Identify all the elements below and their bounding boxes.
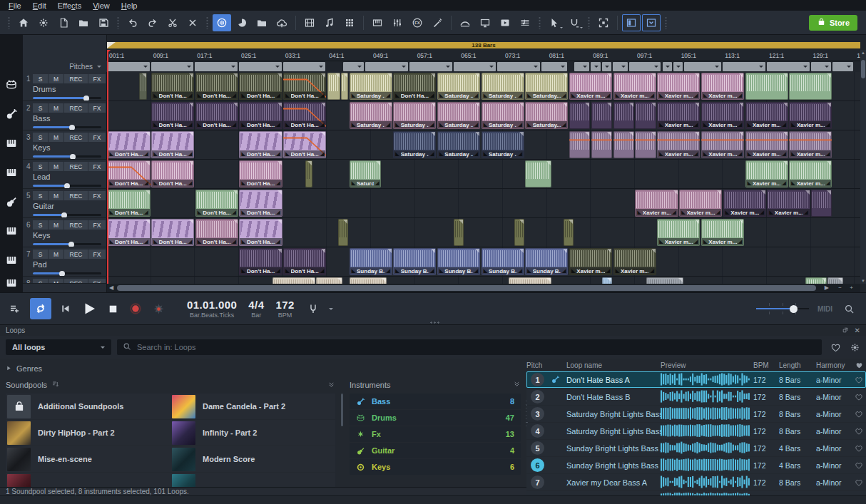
loop-row-xavier-my-dear-bass-a[interactable]: 7 Xavier my Dear Bass A 172 8 Bars a-Min… (526, 474, 866, 490)
video-templates-button[interactable] (300, 14, 319, 31)
vertical-scrollbar[interactable]: ▲ ▼ (860, 50, 866, 284)
audio-clip[interactable]: Don't Ha... (239, 160, 282, 187)
track-7-s-button[interactable]: S (33, 250, 48, 259)
audio-clip[interactable]: Xavier m... (723, 190, 766, 217)
close-panel-icon[interactable]: ✕ (855, 326, 860, 334)
undo-button[interactable] (123, 14, 142, 31)
track-8-rec-button[interactable]: REC (64, 279, 88, 284)
audio-clip[interactable]: Don't Ha... (108, 160, 151, 187)
track-4-s-button[interactable]: S (33, 162, 48, 171)
track-5-m-button[interactable]: M (49, 191, 63, 200)
collapse-double-chevron-icon[interactable] (327, 381, 335, 390)
track-1-rec-button[interactable]: REC (64, 74, 88, 83)
audio-clip[interactable]: Xavier m... (635, 190, 678, 217)
audio-clip[interactable]: Saturday... (525, 102, 568, 129)
favorite-heart-icon[interactable] (852, 478, 866, 487)
zoom-out-icon[interactable]: − (838, 284, 842, 291)
audio-clip[interactable]: Saturday ... (482, 102, 524, 129)
soundpool-item-additional-soundpools[interactable]: Additional Soundpools (6, 394, 170, 419)
redo-button[interactable] (143, 14, 162, 31)
horizontal-scrollbar[interactable]: ◀ ▶ − + (107, 284, 860, 292)
search-icon[interactable] (844, 304, 855, 314)
audio-clip[interactable]: Saturday... (525, 73, 568, 100)
audio-clip[interactable] (613, 102, 634, 129)
section-header-cell[interactable] (574, 62, 589, 71)
track-3-s-button[interactable]: S (33, 133, 48, 142)
section-header-cell[interactable] (811, 62, 832, 71)
audio-clip[interactable]: Xavier m... (569, 248, 612, 275)
track-8-fx-button[interactable]: FX (88, 279, 106, 284)
section-header-cell[interactable] (497, 62, 540, 71)
favorite-heart-icon[interactable] (852, 376, 866, 384)
new-project-button[interactable] (54, 14, 73, 31)
track-volume-slider[interactable] (33, 185, 101, 187)
track-lane-5[interactable]: Don't Ha...Don't Ha...Don't Ha...Xavier … (107, 189, 860, 218)
instruments-section-header[interactable]: Instruments (350, 380, 521, 389)
audio-clip[interactable] (591, 102, 612, 129)
soundpool-item-dirty-hiphop-part-2[interactable]: Dirty HipHop - Part 2 (6, 420, 170, 446)
loop-preview-waveform[interactable] (661, 475, 753, 490)
audio-clip[interactable]: Xavier m... (745, 102, 788, 129)
soundpool-button[interactable] (320, 14, 339, 31)
section-header-cell[interactable] (602, 62, 611, 71)
vertical-scrollbar-thumb[interactable] (861, 60, 865, 78)
audio-clip[interactable] (514, 219, 524, 246)
toolbar-drag-handle[interactable] (7, 16, 11, 29)
track-lane-4[interactable]: Don't Ha...Don't Ha...Don't Ha...Saturda… (107, 160, 860, 189)
track-4-m-button[interactable]: M (49, 162, 63, 171)
track-4-rec-button[interactable]: REC (64, 162, 88, 171)
audio-clip[interactable] (811, 190, 832, 217)
zoom-slider[interactable] (756, 303, 809, 314)
track-lane-6[interactable]: Don't Ha...Don't Ha...Don't Ha...Don't H… (107, 218, 860, 247)
column-preview[interactable]: Preview (661, 361, 753, 369)
track-lane-2[interactable]: Don't Ha...Don't Ha...Don't Ha...Don't H… (107, 101, 860, 130)
zoom-in-icon[interactable]: + (850, 284, 853, 291)
undock-panel-icon[interactable] (842, 326, 849, 335)
audio-clip[interactable]: Xavier m... (569, 73, 612, 100)
audio-clip[interactable]: Don't Ha... (239, 73, 282, 100)
audio-clip[interactable]: Don't Ha... (195, 219, 238, 246)
track-header-7[interactable]: 7 SMRECFX Pad (23, 247, 107, 277)
track-5-fx-button[interactable]: FX (88, 191, 106, 200)
track-1-s-button[interactable]: S (33, 74, 48, 83)
loop-preview-waveform[interactable] (661, 407, 753, 421)
soundpool-item-dame-candela-part-2[interactable]: Dame Candela - Part 2 (170, 394, 335, 419)
audio-clip[interactable] (139, 73, 147, 100)
track-header-5[interactable]: 5 SMRECFX Guitar (23, 189, 107, 218)
audio-clip[interactable]: Don't Ha... (195, 190, 238, 217)
track-5-s-button[interactable]: S (33, 191, 48, 200)
audio-clip[interactable]: Xavier m... (745, 160, 788, 187)
toolbar-drag-handle[interactable] (205, 16, 209, 29)
section-header-cell[interactable] (613, 62, 628, 71)
audio-clip[interactable]: Xavier m... (657, 73, 700, 100)
instruments-button[interactable] (368, 14, 387, 31)
track-6-m-button[interactable]: M (49, 220, 63, 230)
instrument-filter-fx[interactable]: Fx 13 (350, 426, 521, 442)
audio-clip[interactable]: Xavier m... (767, 190, 810, 217)
audio-clip[interactable] (745, 73, 788, 100)
audio-clip[interactable]: Saturday ... (393, 131, 436, 158)
section-header-cell[interactable] (151, 62, 194, 71)
section-header-cell[interactable] (107, 62, 150, 71)
audio-clip[interactable] (338, 219, 348, 246)
play-button[interactable] (81, 301, 97, 317)
audio-clip[interactable]: Xavier m... (613, 248, 656, 275)
open-project-button[interactable] (74, 14, 93, 31)
pitch-badge[interactable]: 7 (531, 475, 544, 489)
media-folder-button[interactable] (253, 14, 271, 31)
track-lane-7[interactable]: Don't Ha...Don't Ha...Sunday B...Sunday … (107, 247, 860, 277)
section-header-cell[interactable] (684, 62, 721, 71)
tuner-button[interactable] (307, 303, 319, 314)
mixer-button[interactable] (388, 14, 407, 31)
track-5-rec-button[interactable]: REC (64, 191, 88, 200)
audio-clip[interactable]: Xavier m... (745, 131, 788, 158)
audio-clip[interactable] (591, 131, 612, 158)
track-7-fx-button[interactable]: FX (88, 250, 106, 259)
audio-clip[interactable]: Xavier m... (701, 73, 744, 100)
section-header-cell[interactable] (343, 62, 364, 71)
audio-clip[interactable]: Saturday ... (482, 73, 524, 100)
section-header-cell[interactable] (541, 62, 568, 71)
track-4-fx-button[interactable]: FX (88, 162, 106, 171)
favorite-heart-icon[interactable] (852, 444, 866, 453)
loop-range-bar[interactable]: 138 Bars (107, 42, 860, 48)
